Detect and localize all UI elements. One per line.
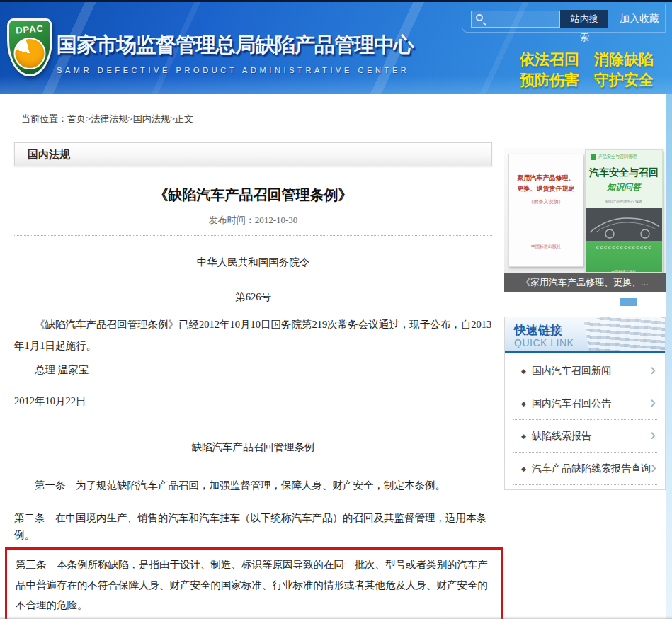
right-edge-strip [666,94,672,619]
article-title: 《缺陷汽车产品召回管理条例》 [14,186,492,205]
book-carousel: 家用汽车产品修理、更换、退货责任规定 （附条文说明） 中国标准出版社 产品安全与… [504,148,666,306]
pie-chart-icon [14,38,46,69]
search-box [471,11,560,28]
dotted-divider [14,235,492,236]
quicklink-label: 国内汽车召回新闻 [532,365,650,377]
book-covers: 家用汽车产品修理、更换、退货责任规定 （附条文说明） 中国标准出版社 产品安全与… [504,148,666,273]
site-subtitle: SAMR DEFECTIVE PRODUCT ADMINISTRATIVE CE… [57,66,414,74]
site-title: 国家市场监督管理总局缺陷产品管理中心 [57,31,414,59]
section-title: 国内法规 [28,148,70,161]
book2-tag-text: 产品安全与召回管理 [598,154,637,160]
carousel-indicator[interactable] [620,298,637,306]
publish-time: 发布时间：2012-10-30 [14,214,492,227]
book2-car-art [586,208,662,241]
quicklink-label: 国内汽车召回公告 [532,397,650,410]
site-title-block: 国家市场监督管理总局缺陷产品管理中心 SAMR DEFECTIVE PRODUC… [57,31,414,74]
logo-acronym: DPAC [9,23,51,36]
top-strip [0,0,672,2]
book2-publisher: 中国标准出版社 [586,269,662,273]
quicklink-label: 缺陷线索报告 [532,430,650,443]
book1-publisher: 中国标准出版社 [509,244,583,250]
breadcrumb: 当前位置：首页>法律法规>国内法规>正文 [0,94,672,142]
article-column: 国内法规 《缺陷汽车产品召回管理条例》 发布时间：2012-10-30 中华人民… [14,142,492,619]
paragraph-promulgation: 《缺陷汽车产品召回管理条例》已经2012年10月10日国务院第219次常务会议通… [14,314,492,356]
quicklink-list: ◆ 国内汽车召回新闻 › ◆ 国内汽车召回公告 › ◆ 缺陷线索报告 › [505,353,665,489]
breadcrumb-path[interactable]: 首页>法律法规>国内法规>正文 [67,113,193,124]
quicklink-item-defect-report[interactable]: ◆ 缺陷线索报告 › [513,420,657,453]
book1-title: 家用汽车产品修理、更换、退货责任规定 [515,173,577,194]
add-favorite-link[interactable]: 加入收藏 [620,13,659,25]
paragraph-signature: 总理 温家宝 [14,362,492,378]
highlight-box: 第三条 本条例所称缺陷，是指由于设计、制造、标识等原因导致的在同一批次、型号或者… [5,547,503,619]
quicklink-panel: 快速链接 QUICK LINK ◆ 国内汽车召回新闻 › ◆ 国内汽车召回公告 … [504,317,666,490]
section-header: 国内法规 [14,142,492,166]
chevron-pattern: <<<<<<<<<<<<<< [586,244,662,251]
book2-title: 汽车安全与召回 [586,166,662,179]
chevron-right-icon: › [650,426,656,443]
diamond-icon: ◆ [521,368,526,375]
slogan-line-2: 预防伤害 守护安全 [520,70,654,91]
paragraph-regulation-title: 缺陷汽车产品召回管理条例 [14,439,492,455]
book2-byline: 缺陷产品管理中心 编著 [586,199,662,203]
slogan: 依法召回 消除缺陷 预防伤害 守护安全 [520,50,654,91]
diamond-icon: ◆ [521,465,526,472]
book2-series-tag: 产品安全与召回管理 [586,150,662,160]
keyboard-image [584,317,665,353]
quicklink-header: 快速链接 QUICK LINK [505,317,665,353]
chevron-right-icon: › [651,459,656,476]
paragraph-article-1: 第一条 为了规范缺陷汽车产品召回，加强监督管理，保障人身、财产安全，制定本条例。 [14,477,492,494]
sidebar: 家用汽车产品修理、更换、退货责任规定 （附条文说明） 中国标准出版社 产品安全与… [504,142,666,490]
carousel-caption[interactable]: 《家用汽车产品修理、更换、... [504,273,666,292]
paragraph-sign-date: 2012年10月22日 [14,393,492,409]
chevron-right-icon: › [650,394,656,411]
book2-footer: <<<<<<<<<<<<<< 中国标准出版社 [586,241,662,273]
chevron-right-icon: › [650,361,656,378]
quicklink-item-recall-news[interactable]: ◆ 国内汽车召回新闻 › [513,355,657,387]
search-input[interactable] [472,11,559,27]
book1-subtitle: （附条文说明） [509,198,583,205]
quicklink-title-cn: 快速链接 [514,322,562,339]
shield-icon: DPAC [7,18,52,76]
site-header: DPAC 国家市场监督管理总局缺陷产品管理中心 SAMR DEFECTIVE P… [0,0,672,94]
book-cover-auto-safety-recall[interactable]: 产品安全与召回管理 汽车安全与召回 知识问答 缺陷产品管理中心 编著 [585,149,663,273]
content-area: 当前位置：首页>法律法规>国内法规>正文 国内法规 《缺陷汽车产品召回管理条例》… [0,94,672,619]
bottom-divider [0,616,672,619]
slogan-line-1: 依法召回 消除缺陷 [520,50,654,70]
site-search-button[interactable]: 站内搜索 [560,10,608,28]
quicklink-label: 汽车产品缺陷线索报告查询 [532,462,651,475]
quicklink-item-report-query[interactable]: ◆ 汽车产品缺陷线索报告查询 › [513,453,657,485]
search-panel: 站内搜索 加入收藏 [462,4,666,33]
book-cover-repair-regulation[interactable]: 家用汽车产品修理、更换、退货责任规定 （附条文说明） 中国标准出版社 [508,154,583,267]
breadcrumb-label: 当前位置： [21,113,67,124]
car-outline-icon [586,208,662,241]
paragraph-article-2: 第二条 在中国境内生产、销售的汽车和汽车挂车（以下统称汽车产品）的召回及其监督管… [14,510,492,543]
quicklink-item-recall-notices[interactable]: ◆ 国内汽车召回公告 › [513,387,657,420]
quicklink-title-en: QUICK LINK [514,337,574,348]
diamond-icon: ◆ [521,433,526,440]
paragraph-order-number: 第626号 [14,289,492,305]
paragraph-gov-order: 中华人民共和国国务院令 [14,254,492,271]
paragraph-article-3: 第三条 本条例所称缺陷，是指由于设计、制造、标识等原因导致的在同一批次、型号或者… [16,559,488,611]
book2-subtitle: 知识问答 [586,181,662,193]
site-logo[interactable]: DPAC [7,18,54,79]
series-logo-icon [591,154,596,160]
diamond-icon: ◆ [521,400,526,407]
